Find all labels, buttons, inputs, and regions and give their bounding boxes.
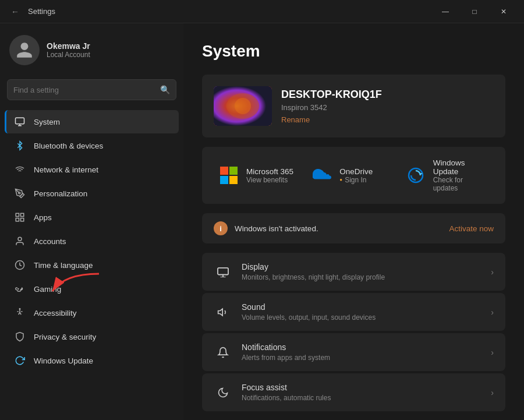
notifications-text: Notifications Alerts from apps and syste…	[242, 343, 481, 362]
svg-rect-4	[21, 218, 24, 221]
svg-point-6	[18, 237, 22, 241]
system-icon	[14, 116, 26, 128]
gaming-icon	[14, 283, 26, 295]
sidebar-item-label-apps: Apps	[34, 213, 52, 222]
focus-text: Focus assist Notifications, automatic ru…	[242, 383, 481, 402]
svg-point-1	[19, 192, 20, 194]
notifications-title: Notifications	[242, 343, 481, 352]
sidebar-item-label-personalization: Personalization	[34, 189, 87, 198]
sidebar-item-label-privacy: Privacy & security	[34, 333, 96, 341]
activation-bar: i Windows isn't activated. Activate now	[202, 213, 505, 243]
sidebar-item-accounts[interactable]: Accounts	[5, 230, 179, 253]
winupdate-text: Windows Update Check for updates	[433, 158, 489, 192]
ms365-subtitle: View benefits	[246, 176, 293, 184]
sound-text: Sound Volume levels, output, input, soun…	[242, 302, 481, 322]
winupdate-icon	[405, 165, 426, 186]
sidebar-item-network[interactable]: Network & internet	[5, 158, 179, 181]
display-subtitle: Monitors, brightness, night light, displ…	[242, 273, 481, 281]
winupdate-title: Windows Update	[433, 158, 489, 176]
settings-item-notifications[interactable]: Notifications Alerts from apps and syste…	[202, 333, 505, 371]
sidebar: Okemwa Jr Local Account 🔍 System	[0, 23, 183, 420]
window-controls: — □ ✕	[432, 2, 517, 21]
main-layout: Okemwa Jr Local Account 🔍 System	[0, 23, 524, 420]
quick-item-ms365[interactable]: Microsoft 365 View benefits	[214, 163, 307, 188]
svg-rect-0	[16, 118, 24, 124]
focus-subtitle: Notifications, automatic rules	[242, 394, 481, 402]
warning-icon: i	[214, 221, 228, 235]
sidebar-item-apps[interactable]: Apps	[5, 206, 179, 229]
close-icon: ✕	[501, 8, 507, 16]
display-icon	[214, 263, 232, 281]
focus-title: Focus assist	[242, 383, 481, 392]
settings-item-display[interactable]: Display Monitors, brightness, night ligh…	[202, 253, 505, 291]
sidebar-item-personalization[interactable]: Personalization	[5, 182, 179, 205]
sidebar-item-label-gaming: Gaming	[34, 285, 61, 294]
focus-icon	[214, 383, 232, 402]
page-title: System	[202, 42, 505, 61]
app-title: Settings	[28, 7, 432, 16]
settings-item-focus[interactable]: Focus assist Notifications, automatic ru…	[202, 373, 505, 411]
svg-rect-18	[229, 167, 238, 175]
maximize-button[interactable]: □	[461, 2, 488, 21]
back-icon: ←	[11, 7, 19, 16]
onedrive-icon	[311, 165, 332, 186]
chevron-right-icon: ›	[491, 308, 494, 317]
device-thumbnail	[214, 86, 272, 126]
back-button[interactable]: ←	[7, 3, 23, 20]
avatar	[9, 35, 40, 65]
chevron-right-icon: ›	[491, 348, 494, 357]
sidebar-item-label-update: Windows Update	[34, 357, 93, 365]
quick-item-onedrive[interactable]: OneDrive ● Sign In	[307, 163, 400, 188]
user-info: Okemwa Jr Local Account	[47, 41, 90, 59]
settings-item-sound[interactable]: Sound Volume levels, output, input, soun…	[202, 293, 505, 331]
svg-rect-5	[16, 218, 19, 221]
ms365-icon	[218, 165, 239, 186]
winupdate-subtitle: Check for updates	[433, 176, 489, 192]
activation-text: Windows isn't activated.	[235, 224, 442, 233]
svg-point-12	[19, 309, 20, 310]
sidebar-item-update[interactable]: Windows Update	[5, 349, 179, 372]
person-icon	[14, 235, 26, 247]
sidebar-item-label-network: Network & internet	[34, 165, 98, 174]
sidebar-item-bluetooth[interactable]: Bluetooth & devices	[5, 134, 179, 157]
user-name: Okemwa Jr	[47, 41, 90, 51]
close-button[interactable]: ✕	[490, 2, 517, 21]
titlebar: ← Settings — □ ✕	[0, 0, 524, 23]
device-card: DESKTOP-KROIQ1F Inspiron 3542 Rename	[202, 75, 505, 137]
settings-list: Display Monitors, brightness, night ligh…	[202, 253, 505, 412]
brush-icon	[14, 188, 26, 199]
chevron-right-icon: ›	[491, 388, 494, 397]
sidebar-item-accessibility[interactable]: Accessibility	[5, 301, 179, 324]
search-input[interactable]	[13, 86, 160, 94]
svg-rect-20	[229, 176, 238, 184]
nav-container: System Bluetooth & devices Network	[0, 110, 183, 373]
sidebar-item-label-time: Time & language	[34, 261, 93, 270]
svg-rect-3	[21, 213, 24, 216]
clock-icon	[14, 259, 26, 271]
sidebar-item-gaming[interactable]: Gaming	[5, 277, 179, 301]
apps-icon	[14, 211, 26, 223]
sidebar-item-time[interactable]: Time & language	[5, 253, 179, 277]
shield-icon	[14, 331, 26, 343]
ms365-text: Microsoft 365 View benefits	[246, 167, 293, 184]
activate-now-link[interactable]: Activate now	[449, 224, 494, 233]
update-icon	[14, 355, 26, 366]
svg-rect-17	[220, 167, 228, 175]
sidebar-item-label-accounts: Accounts	[34, 237, 66, 246]
svg-marker-23	[218, 309, 223, 316]
sidebar-item-label-bluetooth: Bluetooth & devices	[34, 142, 103, 150]
minimize-button[interactable]: —	[432, 2, 459, 21]
sidebar-item-privacy[interactable]: Privacy & security	[5, 325, 179, 348]
sound-title: Sound	[242, 302, 481, 312]
svg-rect-2	[16, 213, 19, 216]
quick-item-winupdate[interactable]: Windows Update Check for updates	[401, 156, 494, 195]
sidebar-item-system[interactable]: System	[5, 110, 179, 133]
search-box[interactable]: 🔍	[7, 79, 176, 100]
device-info: DESKTOP-KROIQ1F Inspiron 3542 Rename	[281, 89, 494, 124]
maximize-icon: □	[472, 8, 476, 16]
accessibility-icon	[14, 307, 26, 319]
device-name: DESKTOP-KROIQ1F	[281, 89, 494, 101]
onedrive-dot: ●	[339, 177, 342, 182]
notifications-subtitle: Alerts from apps and system	[242, 354, 481, 362]
rename-link[interactable]: Rename	[281, 115, 494, 124]
